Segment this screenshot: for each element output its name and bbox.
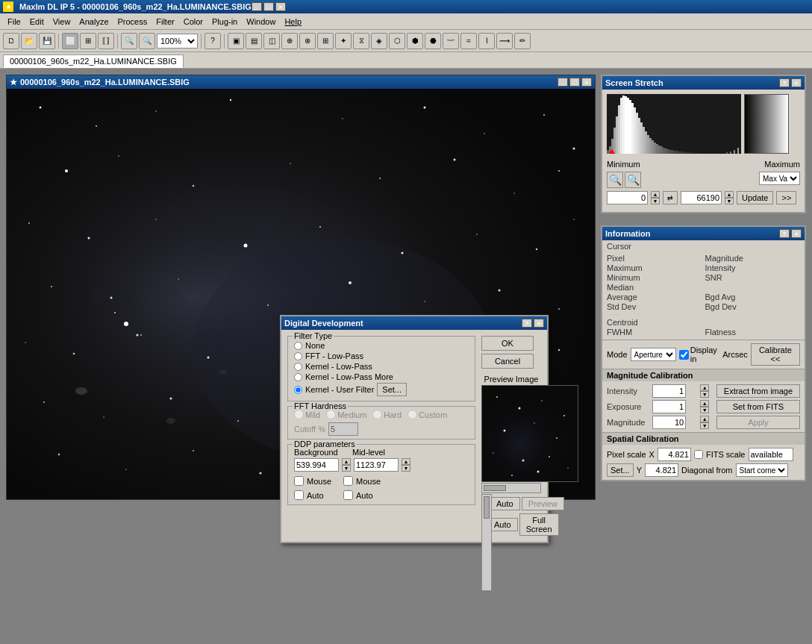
calibrate-btn[interactable]: Calibrate << xyxy=(751,343,800,366)
toolbar-b9[interactable]: ◈ xyxy=(371,33,387,49)
fits-checkbox[interactable] xyxy=(694,450,703,459)
display-in-checkbox[interactable] xyxy=(679,350,689,360)
toolbar-b16[interactable]: ⟿ xyxy=(496,33,513,49)
intensity-spin-up[interactable]: ▲ xyxy=(700,384,709,391)
exposure-input[interactable] xyxy=(652,400,686,413)
max-spin-up[interactable]: ▲ xyxy=(725,191,734,198)
menu-window[interactable]: Window xyxy=(242,16,280,28)
auto-btn2[interactable]: Auto xyxy=(487,518,518,531)
ml-spin-down[interactable]: ▼ xyxy=(402,465,410,472)
y-value-input[interactable] xyxy=(645,463,678,477)
auto-btn[interactable]: Auto xyxy=(490,497,520,510)
intensity-spin-down[interactable]: ▼ xyxy=(700,391,709,398)
min-spin-up[interactable]: ▲ xyxy=(651,191,660,198)
spatial-set-btn[interactable]: Set... xyxy=(607,463,634,477)
mouse-check1[interactable] xyxy=(294,476,304,486)
scroll-thumb-h[interactable] xyxy=(484,485,506,491)
toolbar-b14[interactable]: ≈ xyxy=(460,33,477,49)
win-restore[interactable]: □ xyxy=(569,78,580,87)
extract-btn[interactable]: Extract from image xyxy=(716,384,800,398)
app-minimize[interactable]: _ xyxy=(252,2,262,11)
fft-mild-radio[interactable] xyxy=(294,410,304,419)
toolbar-b13[interactable]: 〰 xyxy=(443,33,459,49)
mode-select[interactable]: Aperture xyxy=(631,348,676,361)
min-spin-down[interactable]: ▼ xyxy=(651,198,660,204)
fft-hard-radio[interactable] xyxy=(372,410,382,419)
update-btn[interactable]: Update xyxy=(737,191,773,204)
ml-spin-up[interactable]: ▲ xyxy=(402,458,410,465)
main-tab[interactable]: 00000106_960s_m22_Ha.LUMINANCE.SBIG xyxy=(3,54,184,68)
filter-none-radio[interactable] xyxy=(294,342,302,350)
magnitude-spin-down[interactable]: ▼ xyxy=(700,422,709,429)
menu-file[interactable]: File xyxy=(3,16,25,28)
preview-scrollbar-v[interactable] xyxy=(481,494,492,591)
info-close[interactable]: × xyxy=(791,229,802,238)
auto-check2[interactable] xyxy=(343,490,353,500)
zoom-select[interactable]: 100% xyxy=(157,34,198,49)
toolbar-zoom-in[interactable]: 🔍 xyxy=(139,33,155,49)
set-from-fits-btn[interactable]: Set from FITS xyxy=(716,400,800,413)
menu-plugin[interactable]: Plug-in xyxy=(207,16,242,28)
bg-spin-up[interactable]: ▲ xyxy=(342,458,351,465)
cutoff-input[interactable] xyxy=(328,422,358,436)
scroll-thumb-v[interactable] xyxy=(484,496,490,519)
toolbar-b5[interactable]: ⊗ xyxy=(299,33,316,49)
exposure-spin-down[interactable]: ▼ xyxy=(700,407,709,413)
midlevel-input[interactable] xyxy=(354,458,399,472)
menu-help[interactable]: Help xyxy=(280,16,306,28)
win-close[interactable]: × xyxy=(581,78,592,87)
max-spin-down[interactable]: ▼ xyxy=(725,198,734,204)
toolbar-open[interactable]: 📂 xyxy=(21,33,37,49)
start-corner-select[interactable]: Start corner xyxy=(736,463,788,477)
magnitude-spin-up[interactable]: ▲ xyxy=(700,416,709,422)
mouse-check2[interactable] xyxy=(343,476,353,486)
toolbar-b10[interactable]: ⬡ xyxy=(389,33,405,49)
filter-set-btn[interactable]: Set... xyxy=(377,383,407,396)
screen-stretch-help[interactable]: ? xyxy=(779,78,790,87)
toolbar-b17[interactable]: ✏ xyxy=(514,33,531,49)
transfer-btn[interactable]: ⇄ xyxy=(663,191,678,204)
menu-view[interactable]: View xyxy=(49,16,75,28)
toolbar-zoom-out[interactable]: 🔍 xyxy=(121,33,137,49)
max-value-input[interactable] xyxy=(681,191,722,204)
maxval-select[interactable]: Max Val xyxy=(759,172,800,185)
app-close[interactable]: × xyxy=(275,2,286,11)
filter-kernel-radio[interactable] xyxy=(294,363,302,371)
toolbar-image-mode[interactable]: ⊞ xyxy=(80,33,96,49)
fft-custom-radio[interactable] xyxy=(407,410,417,419)
menu-analyze[interactable]: Analyze xyxy=(75,16,113,28)
toolbar-b1[interactable]: ▣ xyxy=(228,33,244,49)
filter-user-radio[interactable] xyxy=(294,386,302,394)
toolbar-b15[interactable]: ⌇ xyxy=(478,33,495,49)
filter-fft-radio[interactable] xyxy=(294,352,302,360)
toolbar-b6[interactable]: ⊞ xyxy=(317,33,334,49)
toolbar-help[interactable]: ? xyxy=(204,33,221,49)
menu-edit[interactable]: Edit xyxy=(25,16,49,28)
toolbar-save[interactable]: 💾 xyxy=(39,33,55,49)
toolbar-b8[interactable]: ⧖ xyxy=(353,33,369,49)
cancel-btn[interactable]: Cancel xyxy=(481,354,534,369)
toolbar-b11[interactable]: ⬢ xyxy=(407,33,423,49)
min-value-input[interactable] xyxy=(607,191,648,204)
menu-filter[interactable]: Filter xyxy=(152,16,178,28)
toolbar-b3[interactable]: ◫ xyxy=(263,33,280,49)
fullscreen-btn[interactable]: Full Screen xyxy=(519,513,559,536)
x-value-input[interactable] xyxy=(658,448,691,461)
auto-check1[interactable] xyxy=(294,490,304,500)
screen-stretch-close[interactable]: × xyxy=(791,78,802,87)
preview-scrollbar-h[interactable] xyxy=(481,483,541,493)
toolbar-image-select[interactable]: ⬜ xyxy=(62,33,78,49)
bg-spin-down[interactable]: ▼ xyxy=(342,465,351,472)
hist-zoom-out[interactable]: 🔍 xyxy=(625,172,641,188)
hist-zoom-in[interactable]: 🔍 xyxy=(607,172,623,188)
dd-close[interactable]: × xyxy=(534,319,544,328)
preview-btn[interactable]: Preview xyxy=(522,497,564,510)
ok-btn[interactable]: OK xyxy=(481,336,534,351)
dd-help[interactable]: ? xyxy=(522,319,532,328)
exposure-spin-up[interactable]: ▲ xyxy=(700,400,709,407)
fft-medium-radio[interactable] xyxy=(326,410,336,419)
menu-color[interactable]: Color xyxy=(179,16,207,28)
apply-btn[interactable]: Apply xyxy=(716,416,800,429)
toolbar-b12[interactable]: ⬣ xyxy=(425,33,441,49)
intensity-input[interactable] xyxy=(652,384,686,398)
